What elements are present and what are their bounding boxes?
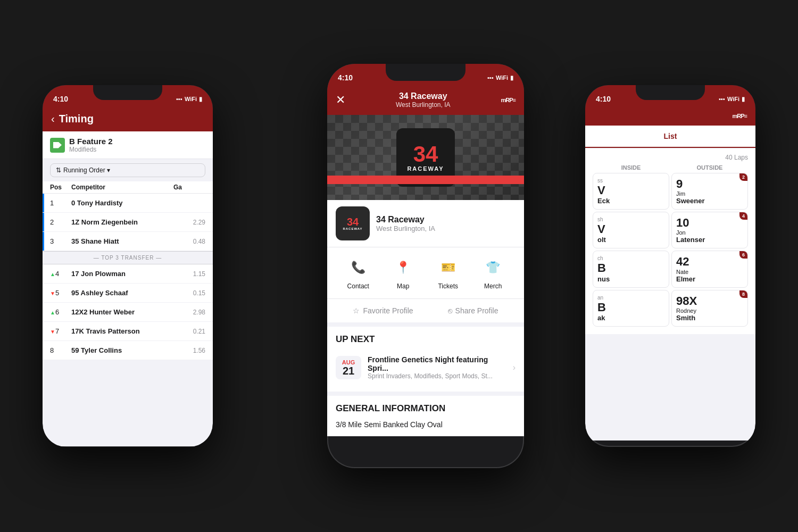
table-row: 1 0 Tony Hardisty <box>43 194 213 213</box>
notch-right <box>636 85 705 100</box>
venue-banner: 34 RACEWAY <box>327 115 524 200</box>
transfer-divider: — TOP 3 TRANSFER — <box>43 251 213 264</box>
event-details: Frontline Genetics Night featuring Spri.… <box>368 355 506 380</box>
share-icon: ⎋ <box>448 306 452 315</box>
status-icons-left: ▪▪▪ WiFi ▮ <box>176 96 202 103</box>
col-competitor: Competitor <box>71 184 173 191</box>
race-icon-shape <box>53 142 62 148</box>
right-screen: 4:10 ▪▪▪ WiFi ▮ mRP≡ List 40 Laps <box>585 85 755 447</box>
tab-bar: List <box>585 126 755 148</box>
position-badge: 2 <box>739 173 747 181</box>
timing-body: B Feature 2 Modifieds ⇅ Running Order ▾ … <box>43 131 213 446</box>
left-screen: 4:10 ▪▪▪ WiFi ▮ ‹ Timing B Feature 2 <box>43 85 213 447</box>
grid-cell: ch B nus <box>593 251 669 287</box>
up-next-title: UP NEXT <box>336 334 516 345</box>
laps-label: 40 Laps <box>593 154 748 161</box>
center-header: ✕ 34 Raceway West Burlington, IA mRP≡ <box>327 87 524 115</box>
outside-column: OUTSIDE 2 9 Jim Sweener 4 10 <box>671 164 748 329</box>
table-header: Pos Competitor Ga <box>43 181 213 194</box>
general-info-title: GENERAL INFORMATION <box>336 403 516 414</box>
grid-cell: sh V olt <box>593 212 669 248</box>
grid-cell: an B ak <box>593 290 669 327</box>
map-icon: 📍 <box>392 256 415 279</box>
venue-name: 34 Raceway <box>376 215 435 225</box>
close-button[interactable]: ✕ <box>336 93 345 107</box>
up-next-section: UP NEXT AUG 21 Frontline Genetics Night … <box>327 327 524 392</box>
map-label: Map <box>397 282 409 290</box>
notch-center <box>386 64 466 81</box>
event-date-box: AUG 21 <box>336 356 361 379</box>
map-action[interactable]: 📍 Map <box>392 256 415 290</box>
venue-text: 34 Raceway West Burlington, IA <box>376 215 435 232</box>
tickets-action[interactable]: 🎫 Tickets <box>436 256 460 290</box>
right-logo: mRP≡ <box>733 113 747 119</box>
event-classes: Sprint Invaders, Modifieds, Sport Mods, … <box>368 372 506 380</box>
table-row: ▼7 17K Travis Patterson 0.21 <box>43 322 213 341</box>
phone-icon: 📞 <box>346 256 370 279</box>
grid-columns: INSIDE ss V Eck sh V olt <box>593 164 748 329</box>
race-class: Modifieds <box>69 146 113 153</box>
grid-cell: 8 98X Rodney Smith <box>671 290 748 327</box>
ticket-icon: 🎫 <box>436 256 460 279</box>
merch-icon: 👕 <box>481 256 505 279</box>
action-icons-row: 📞 Contact 📍 Map 🎫 Tickets 👕 Merch <box>327 247 524 299</box>
share-button[interactable]: ⎋ Share Profile <box>448 306 498 315</box>
venue-info-row: 34 RACEWAY 34 Raceway West Burlington, I… <box>327 200 524 247</box>
general-info-section: GENERAL INFORMATION 3/8 Mile Semi Banked… <box>327 392 524 436</box>
race-header: B Feature 2 Modifieds <box>43 131 213 159</box>
scene: 4:10 ▪▪▪ WiFi ▮ ‹ Timing B Feature 2 <box>27 27 771 505</box>
contact-label: Contact <box>347 282 369 290</box>
banner-red-bar <box>327 176 524 184</box>
inside-label: INSIDE <box>593 164 669 171</box>
notch-left <box>93 85 162 100</box>
status-time-center: 4:10 <box>338 73 353 82</box>
table-row: ▼5 95 Ashley Schaaf 0.15 <box>43 284 213 303</box>
timing-header: ‹ Timing <box>43 109 213 131</box>
table-row: 2 1Z Norm Ziegenbein 2.29 <box>43 213 213 232</box>
timing-title: Timing <box>59 113 94 125</box>
merch-action[interactable]: 👕 Merch <box>481 256 505 290</box>
col-pos: Pos <box>50 184 71 191</box>
header-title-block: 34 Raceway West Burlington, IA <box>396 92 451 109</box>
status-icons-center: ▪▪▪ WiFi ▮ <box>487 74 513 81</box>
table-row: ▲6 12X2 Hunter Weber 2.98 <box>43 303 213 322</box>
status-icons-right: ▪▪▪ WiFi ▮ <box>719 96 745 103</box>
position-badge: 6 <box>739 251 747 259</box>
favorite-button[interactable]: ☆ Favorite Profile <box>353 306 413 315</box>
left-phone: 4:10 ▪▪▪ WiFi ▮ ‹ Timing B Feature 2 <box>43 85 213 447</box>
contact-action[interactable]: 📞 Contact <box>346 256 370 290</box>
venue-location: West Burlington, IA <box>376 225 435 232</box>
status-time-right: 4:10 <box>596 95 611 103</box>
right-header: mRP≡ <box>585 109 755 126</box>
share-label: Share Profile <box>455 306 498 315</box>
running-order-label: Running Order ▾ <box>63 167 110 174</box>
event-row[interactable]: AUG 21 Frontline Genetics Night featurin… <box>336 351 516 384</box>
outside-label: OUTSIDE <box>671 164 748 171</box>
event-name: Frontline Genetics Night featuring Spri.… <box>368 355 506 372</box>
chevron-right-icon: › <box>513 363 516 372</box>
right-body: List 40 Laps INSIDE ss V Eck <box>585 126 755 440</box>
favorite-share-row: ☆ Favorite Profile ⎋ Share Profile <box>327 299 524 327</box>
merch-label: Merch <box>484 282 502 290</box>
tab-list[interactable]: List <box>585 126 755 148</box>
race-icon <box>50 138 65 153</box>
running-order-button[interactable]: ⇅ Running Order ▾ <box>50 163 205 177</box>
back-button[interactable]: ‹ <box>51 113 55 125</box>
col-gap: Ga <box>173 184 205 191</box>
status-time-left: 4:10 <box>53 95 68 103</box>
header-venue: 34 Raceway <box>396 92 451 101</box>
grid-section: 40 Laps INSIDE ss V Eck <box>585 148 755 334</box>
grid-cell: 6 42 Nate Elmer <box>671 251 748 287</box>
center-screen: 4:10 ▪▪▪ WiFi ▮ ✕ 34 Raceway West Burlin… <box>327 64 524 468</box>
table-row: 8 59 Tyler Collins 1.56 <box>43 341 213 360</box>
center-phone: 4:10 ▪▪▪ WiFi ▮ ✕ 34 Raceway West Burlin… <box>327 64 524 468</box>
tickets-label: Tickets <box>438 282 458 290</box>
header-location: West Burlington, IA <box>396 101 451 109</box>
right-phone: 4:10 ▪▪▪ WiFi ▮ mRP≡ List 40 Laps <box>585 85 755 447</box>
event-day: 21 <box>341 365 356 376</box>
favorite-label: Favorite Profile <box>363 306 413 315</box>
venue-thumbnail: 34 RACEWAY <box>336 206 370 240</box>
position-badge: 8 <box>739 290 747 298</box>
grid-cell: 4 10 Jon Latenser <box>671 212 748 248</box>
grid-cell: 2 9 Jim Sweener <box>671 173 748 210</box>
